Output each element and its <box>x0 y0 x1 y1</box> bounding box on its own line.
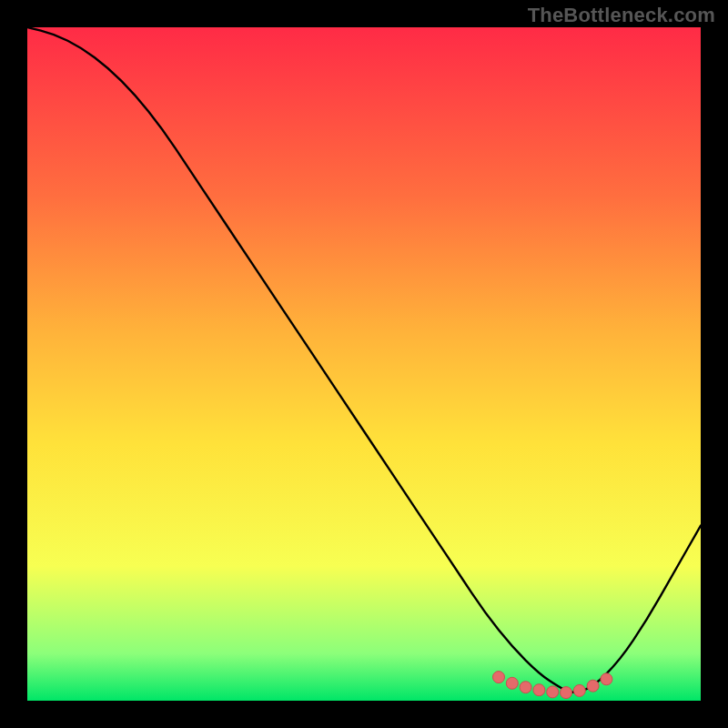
gradient-background <box>27 27 701 701</box>
marker-dot <box>573 684 585 696</box>
marker-dot <box>493 672 505 683</box>
plot-area <box>27 27 701 701</box>
chart-svg <box>27 27 701 701</box>
marker-dot <box>561 687 572 699</box>
watermark-text: TheBottleneck.com <box>528 4 715 27</box>
marker-dot <box>547 686 559 698</box>
marker-dot <box>601 673 612 685</box>
marker-dot <box>506 677 518 689</box>
marker-dot <box>533 684 545 696</box>
marker-dot <box>587 680 599 692</box>
marker-dot <box>520 682 531 693</box>
chart-frame: TheBottleneck.com <box>0 0 728 728</box>
